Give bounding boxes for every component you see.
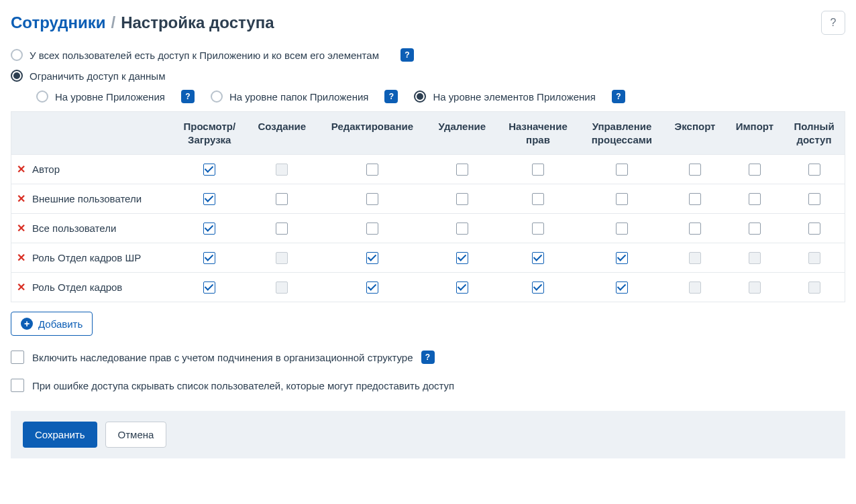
permission-checkbox[interactable] — [616, 193, 628, 205]
permission-checkbox[interactable] — [532, 164, 544, 176]
permission-checkbox[interactable] — [366, 193, 378, 205]
permission-checkbox[interactable] — [689, 223, 701, 235]
table-row: ✕Роль Отдел кадров ШР — [11, 243, 845, 273]
permission-checkbox — [689, 252, 701, 264]
table-row: ✕Роль Отдел кадров — [11, 273, 845, 302]
help-badge-icon[interactable]: ? — [612, 90, 625, 103]
col-process: Управлениепроцессами — [580, 112, 665, 155]
delete-row-icon[interactable]: ✕ — [17, 223, 25, 234]
add-button-label: Добавить — [38, 318, 83, 330]
col-full: Полныйдоступ — [784, 112, 845, 155]
row-name-label: Роль Отдел кадров — [32, 281, 122, 293]
permission-checkbox[interactable] — [532, 281, 544, 294]
help-badge-icon[interactable]: ? — [384, 90, 398, 103]
table-header-row: Просмотр/Загрузка Создание Редактировани… — [11, 112, 845, 155]
permission-checkbox[interactable] — [532, 223, 544, 235]
radio-level-elements[interactable] — [414, 90, 426, 103]
permission-checkbox[interactable] — [456, 223, 468, 235]
col-import: Импорт — [726, 112, 784, 155]
col-create: Создание — [247, 112, 317, 155]
permission-checkbox[interactable] — [808, 164, 820, 176]
help-badge-icon[interactable]: ? — [400, 48, 414, 62]
permission-checkbox[interactable] — [749, 164, 761, 176]
delete-row-icon[interactable]: ✕ — [17, 164, 25, 175]
col-assign: Назначениеправ — [496, 112, 579, 155]
col-edit: Редактирование — [317, 112, 428, 155]
help-badge-icon[interactable]: ? — [421, 351, 435, 364]
radio-level-app[interactable] — [36, 90, 48, 103]
permission-checkbox[interactable] — [366, 164, 378, 176]
permission-checkbox[interactable] — [532, 252, 544, 264]
row-name-label: Все пользователи — [32, 223, 116, 234]
hide-on-error-checkbox[interactable] — [11, 379, 24, 392]
add-button[interactable]: + Добавить — [11, 312, 93, 336]
permission-checkbox[interactable] — [203, 223, 215, 235]
cancel-button[interactable]: Отмена — [105, 422, 167, 448]
permission-checkbox[interactable] — [456, 252, 468, 264]
permission-checkbox[interactable] — [616, 281, 628, 294]
footer: Сохранить Отмена — [11, 411, 845, 458]
radio-level-folders[interactable] — [211, 90, 223, 103]
save-button[interactable]: Сохранить — [23, 422, 97, 448]
permission-checkbox[interactable] — [456, 164, 468, 176]
permission-checkbox — [276, 164, 288, 176]
col-export: Экспорт — [664, 112, 726, 155]
table-row: ✕Все пользователи — [11, 214, 845, 243]
permission-checkbox — [749, 281, 761, 294]
permission-checkbox[interactable] — [616, 223, 628, 235]
hide-on-error-label: При ошибке доступа скрывать список польз… — [32, 380, 454, 391]
permission-checkbox[interactable] — [366, 252, 378, 264]
permission-checkbox — [808, 252, 820, 264]
permission-checkbox[interactable] — [749, 193, 761, 205]
delete-row-icon[interactable]: ✕ — [17, 253, 25, 263]
radio-all-users[interactable] — [11, 49, 23, 61]
permission-checkbox[interactable] — [366, 281, 378, 294]
permission-checkbox — [808, 281, 820, 294]
permissions-table: Просмотр/Загрузка Создание Редактировани… — [11, 111, 845, 302]
breadcrumb-current: Настройка доступа — [121, 13, 274, 32]
permission-checkbox[interactable] — [808, 223, 820, 235]
breadcrumb-parent[interactable]: Сотрудники — [11, 13, 106, 32]
delete-row-icon[interactable]: ✕ — [17, 282, 25, 293]
inherit-checkbox[interactable] — [11, 351, 24, 364]
permission-checkbox[interactable] — [276, 223, 288, 235]
permission-checkbox[interactable] — [808, 193, 820, 205]
inherit-label: Включить наследование прав с учетом подч… — [32, 352, 413, 363]
permission-checkbox[interactable] — [689, 193, 701, 205]
permission-checkbox[interactable] — [203, 252, 215, 264]
col-delete: Удаление — [427, 112, 496, 155]
breadcrumb-separator: / — [111, 13, 116, 32]
table-row: ✕Внешние пользователи — [11, 184, 845, 214]
help-badge-icon[interactable]: ? — [181, 90, 195, 103]
radio-restrict[interactable] — [11, 70, 23, 82]
radio-level-elements-label: На уровне элементов Приложения — [433, 91, 595, 103]
page-header: Сотрудники / Настройка доступа ? — [11, 11, 845, 35]
delete-row-icon[interactable]: ✕ — [17, 194, 25, 204]
permission-checkbox[interactable] — [203, 281, 215, 294]
breadcrumb: Сотрудники / Настройка доступа — [11, 13, 274, 32]
radio-all-users-label: У всех пользователей есть доступ к Прило… — [30, 50, 379, 61]
permission-checkbox[interactable] — [456, 281, 468, 294]
row-name-label: Роль Отдел кадров ШР — [32, 252, 141, 263]
row-name-label: Автор — [32, 164, 60, 175]
permission-checkbox[interactable] — [203, 193, 215, 205]
permission-checkbox[interactable] — [749, 223, 761, 235]
access-mode-section: У всех пользователей есть доступ к Прило… — [11, 48, 845, 103]
permission-checkbox[interactable] — [203, 164, 215, 176]
permission-checkbox[interactable] — [689, 164, 701, 176]
col-view: Просмотр/Загрузка — [172, 112, 248, 155]
table-row: ✕Автор — [11, 155, 845, 184]
permission-checkbox[interactable] — [616, 164, 628, 176]
permission-checkbox[interactable] — [366, 223, 378, 235]
help-button[interactable]: ? — [821, 11, 845, 35]
permission-checkbox[interactable] — [276, 193, 288, 205]
plus-icon: + — [21, 318, 33, 330]
permission-checkbox[interactable] — [616, 252, 628, 264]
permission-checkbox — [276, 281, 288, 294]
permission-checkbox — [749, 252, 761, 264]
radio-level-folders-label: На уровне папок Приложения — [229, 91, 369, 103]
permission-checkbox[interactable] — [532, 193, 544, 205]
permission-checkbox[interactable] — [456, 193, 468, 205]
radio-level-app-label: На уровне Приложения — [55, 91, 165, 103]
row-name-label: Внешние пользователи — [32, 193, 142, 204]
